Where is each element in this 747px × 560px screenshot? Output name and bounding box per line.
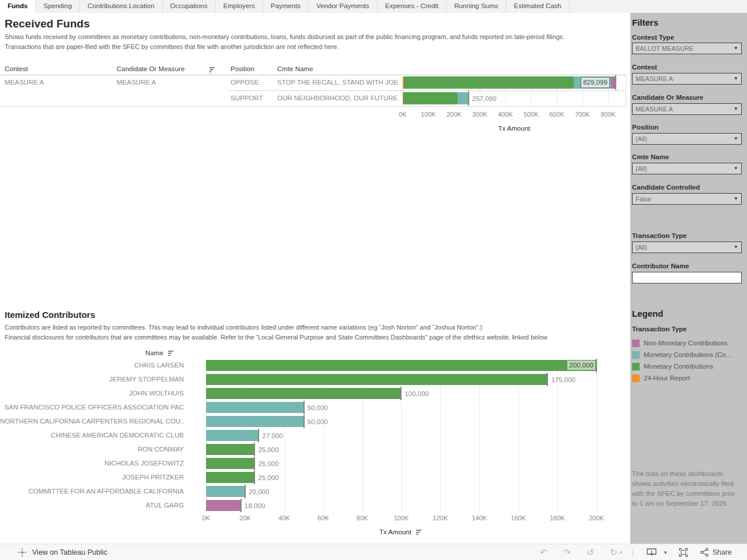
download-button[interactable] (646, 548, 657, 557)
contributor-bar[interactable] (206, 500, 241, 511)
contributor-bar[interactable] (206, 402, 304, 413)
tableau-dashboard: Funds Spending Contributions Location Oc… (0, 0, 747, 560)
contributor-name: ATUL GARG (0, 502, 184, 509)
contributor-row: CHINESE AMERICAN DEMOCRATIC CLUB 27,000 (0, 429, 626, 443)
bar-value-label-support: 257,090 (472, 95, 497, 102)
revert-button[interactable]: ↺ (579, 545, 602, 560)
tab-funds[interactable]: Funds (0, 0, 36, 13)
bar-value-label: 27,000 (262, 432, 282, 439)
segment-monetary-contributions-committees[interactable] (458, 92, 469, 104)
tab-vendor-payments[interactable]: Vendor Payments (309, 0, 378, 13)
tab-contributions-location[interactable]: Contributions Location (80, 0, 162, 13)
contributor-name: CHRIS LARSEN (0, 362, 184, 369)
tab-spending[interactable]: Spending (36, 0, 81, 13)
fullscreen-button[interactable] (679, 548, 688, 557)
contributor-bar[interactable] (206, 374, 547, 385)
sheet-tab-bar: Funds Spending Contributions Location Oc… (0, 0, 747, 13)
column-header-candidate-or-measure[interactable]: Candidate Or Measure (117, 65, 184, 72)
refresh-menu-chevron-icon[interactable]: ▾ (620, 550, 623, 555)
legend-label: Non-Monetary Contributions (644, 340, 728, 346)
bar-end-tick (468, 91, 469, 106)
redo-button[interactable]: ↷ (556, 545, 579, 560)
filter-dropdown-cmte-name[interactable]: (All)▼ (632, 163, 742, 174)
filter-dropdown-transaction-type[interactable]: (All)▼ (632, 242, 742, 253)
bar-end-tick (254, 443, 255, 456)
filter-dropdown-contest[interactable]: MEASURE A▼ (632, 73, 742, 85)
bar-end-tick (245, 485, 246, 498)
column-header-position[interactable]: Position (231, 65, 254, 72)
funds-axis-title: Tx Amount (403, 125, 626, 132)
filter-label-contest-type: Contest Type (632, 34, 674, 41)
contributor-name: NICHOLAS JOSEFOWITZ (0, 460, 184, 467)
chevron-down-icon: ▼ (734, 163, 738, 174)
share-button[interactable]: Share (700, 548, 732, 557)
sort-descending-icon[interactable] (209, 66, 217, 73)
tab-employers[interactable]: Employers (215, 0, 263, 13)
segment-monetary-contributions[interactable] (403, 92, 458, 104)
axis-tick: 600K (549, 111, 564, 118)
filters-panel: Filters Contest Type BALLOT MEASURE▼ Con… (630, 13, 747, 544)
legend-label: Monetary Contributions (644, 363, 713, 370)
filter-dropdown-position[interactable]: (All)▼ (632, 133, 742, 145)
dashboard-main: Received Funds Shows funds received by c… (0, 13, 630, 544)
legend-item-monetary-committees[interactable]: Monetary Contributions (Co… (632, 349, 732, 360)
name-column-header[interactable]: Name (0, 349, 175, 356)
axis-tick: 180K (550, 514, 565, 522)
undo-button[interactable]: ↶ (532, 545, 556, 560)
column-header-cmte-name[interactable]: Cmte Name (277, 65, 313, 72)
bar-end-tick (254, 457, 255, 470)
contributor-bar[interactable] (206, 416, 304, 427)
view-on-tableau-public-link[interactable]: View on Tableau Public (18, 548, 107, 557)
chevron-down-icon: ▼ (734, 74, 738, 84)
contributor-bar[interactable] (206, 444, 254, 455)
tab-occupations[interactable]: Occupations (163, 0, 216, 13)
contributor-bar[interactable] (206, 388, 401, 399)
stacked-bar-oppose[interactable]: 829,099 (403, 76, 616, 89)
tab-running-sums[interactable]: Running Sums (446, 0, 506, 13)
axis-tick: 100K (394, 514, 409, 522)
legend-item-24-hour-report[interactable]: 24-Hour Report (632, 372, 690, 384)
axis-tick: 120K (433, 514, 448, 522)
cell-contest: MEASURE A (5, 79, 44, 86)
sort-descending-icon[interactable] (167, 350, 175, 356)
segment-monetary-contributions[interactable] (404, 76, 574, 89)
filter-value: (All) (636, 165, 647, 172)
share-icon (700, 548, 709, 557)
contributor-bar[interactable]: 200,000 (206, 360, 596, 371)
contributor-name-input[interactable] (632, 272, 742, 284)
bar-end-tick (303, 415, 305, 428)
stacked-bar-support[interactable] (403, 92, 469, 104)
tableau-logo-icon (18, 548, 27, 557)
contributor-bar[interactable] (206, 472, 254, 483)
filter-dropdown-contest-type[interactable]: BALLOT MEASURE▼ (632, 43, 742, 54)
contributor-row: JOHN WOLTHUIS 100,000 (0, 387, 626, 401)
filter-dropdown-candidate-or-measure[interactable]: MEASURE A▼ (632, 103, 742, 115)
legend-item-non-monetary[interactable]: Non-Monetary Contributions (632, 337, 728, 349)
filter-label-transaction-type: Transaction Type (632, 232, 687, 239)
bar-end-tick (240, 499, 242, 512)
tab-estimated-cash[interactable]: Estimated Cash (507, 0, 570, 13)
fullscreen-icon (679, 548, 688, 557)
contributor-bar[interactable] (206, 430, 259, 441)
filter-dropdown-candidate-controlled[interactable]: False▼ (632, 193, 742, 205)
cell-candidate-or-measure: MEASURE A (117, 79, 156, 86)
sort-descending-icon[interactable] (416, 529, 423, 536)
download-menu-chevron-icon[interactable]: ▾ (664, 550, 667, 555)
filter-label-position: Position (632, 124, 658, 131)
legend-item-monetary[interactable]: Monetary Contributions (632, 360, 713, 372)
filter-label-candidate-or-measure: Candidate Or Measure (632, 94, 703, 101)
axis-tick: 300K (472, 111, 487, 118)
bar-value-label: 175,000 (551, 376, 575, 383)
bar-value-label: 25,000 (258, 474, 278, 481)
cell-cmte-name-oppose: STOP THE RECALL, STAND WITH JOE.. (277, 79, 399, 86)
contributor-bar[interactable] (206, 486, 245, 497)
received-funds-desc-line1: Shows funds received by committees as mo… (5, 33, 564, 40)
column-header-contest[interactable]: Contest (5, 65, 28, 72)
filter-label-contest: Contest (632, 64, 657, 71)
legend-label: 24-Hour Report (644, 374, 690, 382)
contributor-bar[interactable] (206, 458, 254, 469)
contributor-name: CHINESE AMERICAN DEMOCRATIC CLUB (0, 432, 184, 439)
legend-label: Monetary Contributions (Co… (644, 351, 732, 358)
tab-payments[interactable]: Payments (263, 0, 309, 13)
tab-expenses-credit[interactable]: Expenses - Credit (378, 0, 446, 13)
